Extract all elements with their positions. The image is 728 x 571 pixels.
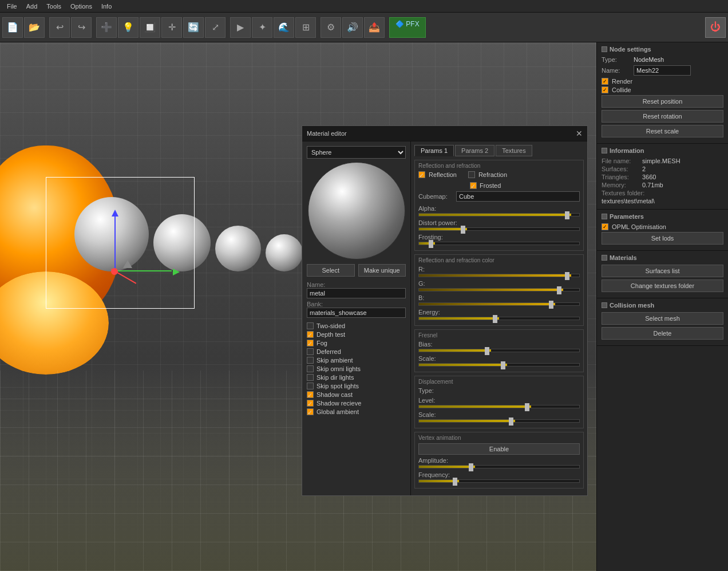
skip-ambient-checkbox[interactable] [307, 357, 314, 364]
sphere-small1 [215, 226, 261, 271]
select-mesh-button[interactable]: Select mesh [602, 312, 723, 325]
preview-shape-select[interactable]: Sphere [307, 146, 406, 159]
refraction-checkbox[interactable] [468, 171, 475, 178]
bias-track[interactable] [418, 349, 580, 352]
tab-params1[interactable]: Params 1 [414, 145, 454, 156]
r-thumb[interactable] [565, 272, 569, 280]
global-ambient-checkbox[interactable]: ✓ [307, 408, 314, 415]
amplitude-track[interactable] [418, 465, 580, 468]
b-thumb[interactable] [549, 301, 553, 309]
reset-position-button[interactable]: Reset position [602, 95, 723, 108]
alpha-thumb[interactable] [565, 211, 569, 219]
redo-button[interactable]: ↪ [71, 17, 92, 38]
frosting-thumb[interactable] [429, 240, 433, 248]
scale-button[interactable]: ⤢ [205, 17, 225, 38]
two-sided-checkbox[interactable] [307, 322, 314, 329]
disp-scale-thumb[interactable] [509, 418, 513, 426]
render-checkbox[interactable]: ✓ [602, 78, 608, 85]
pfx-button[interactable]: 🔷 PFX [389, 17, 426, 38]
shadow-receive-checkbox[interactable]: ✓ [307, 400, 314, 407]
audio-button[interactable]: 🔊 [342, 17, 363, 38]
menu-tools[interactable]: Tools [42, 2, 66, 11]
add-light-button[interactable]: 💡 [118, 17, 139, 38]
change-textures-folder-button[interactable]: Change textures folder [602, 279, 723, 292]
dialog-body: Sphere Select Make unique Name: [302, 141, 587, 495]
frosting-track[interactable] [418, 242, 580, 245]
export-button[interactable]: 📤 [364, 17, 385, 38]
opml-checkbox[interactable]: ✓ [602, 223, 608, 230]
energy-thumb[interactable] [493, 315, 497, 323]
frequency-thumb[interactable] [453, 478, 457, 486]
physics-button[interactable]: ⚙ [321, 17, 341, 38]
particle-button[interactable]: ✦ [252, 17, 272, 38]
dialog-title-bar[interactable]: Material editor ✕ [302, 126, 587, 141]
node-name-input[interactable] [634, 65, 691, 76]
r-track[interactable] [418, 274, 580, 277]
energy-fill [419, 317, 499, 320]
menu-info[interactable]: Info [97, 2, 116, 11]
open-button[interactable]: 📂 [24, 17, 45, 38]
fresnel-section: Fresnel Bias: Scale: [414, 329, 584, 372]
move-button[interactable]: ✛ [161, 17, 182, 38]
shadow-cast-checkbox[interactable]: ✓ [307, 391, 314, 398]
new-button[interactable]: 📄 [2, 17, 23, 38]
make-unique-button[interactable]: Make unique [358, 264, 406, 277]
g-track[interactable] [418, 288, 580, 292]
surfaces-list-button[interactable]: Surfaces list [602, 265, 723, 277]
mat-bank-input[interactable] [307, 308, 406, 318]
bias-thumb[interactable] [485, 347, 489, 355]
frosting-label: Frosting: [418, 234, 580, 241]
rotate-button[interactable]: 🔄 [183, 17, 204, 38]
viewport[interactable]: Material editor ✕ Sphere Select Make uni… [0, 42, 596, 571]
tab-textures[interactable]: Textures [496, 145, 532, 156]
bias-fill [419, 349, 491, 352]
reset-scale-button[interactable]: Reset scale [602, 125, 723, 137]
skip-spot-checkbox[interactable] [307, 383, 314, 389]
skip-dir-checkbox[interactable] [307, 374, 314, 381]
reset-rotation-button[interactable]: Reset rotation [602, 110, 723, 123]
fx-button[interactable]: 🌊 [274, 17, 294, 38]
frequency-track[interactable] [418, 479, 580, 483]
tab-params2[interactable]: Params 2 [455, 145, 494, 156]
render-button[interactable]: ▶ [230, 17, 251, 38]
amplitude-thumb[interactable] [469, 463, 473, 471]
g-thumb[interactable] [557, 286, 561, 294]
pfx-icon: 🔷 [395, 20, 404, 28]
select-button[interactable]: 🔲 [140, 17, 160, 38]
set-lods-button[interactable]: Set lods [602, 232, 723, 245]
snap-button[interactable]: ⊞ [295, 17, 316, 38]
menu-options[interactable]: Options [66, 2, 97, 11]
distort-thumb[interactable] [461, 226, 465, 234]
fog-checkbox[interactable]: ✓ [307, 340, 314, 346]
skip-omni-checkbox[interactable] [307, 365, 314, 372]
add-object-button[interactable]: ➕ [96, 17, 117, 38]
disp-level-track[interactable] [418, 405, 580, 408]
frosted-checkbox[interactable]: ✓ [470, 182, 477, 189]
mat-name-input[interactable] [307, 288, 406, 298]
menu-file[interactable]: File [2, 2, 22, 11]
depth-test-checkbox[interactable]: ✓ [307, 331, 314, 338]
select-material-button[interactable]: Select [307, 264, 355, 277]
reflection-checkbox[interactable]: ✓ [418, 171, 425, 178]
power-button[interactable]: ⏻ [705, 17, 726, 38]
b-track[interactable] [418, 302, 580, 306]
flag-skip-omni: Skip omni lights [307, 365, 406, 372]
dialog-close-button[interactable]: ✕ [576, 129, 583, 138]
cubemap-input[interactable] [456, 191, 580, 202]
filename-key: File name: [602, 157, 639, 164]
alpha-track[interactable] [418, 213, 580, 216]
scale-track[interactable] [418, 363, 580, 367]
enable-button[interactable]: Enable [418, 443, 580, 455]
deferred-checkbox[interactable] [307, 348, 314, 355]
information-title: Information [610, 147, 644, 154]
bias-label: Bias: [418, 341, 580, 348]
delete-mesh-button[interactable]: Delete [602, 327, 723, 340]
collide-checkbox[interactable]: ✓ [602, 86, 608, 93]
distort-track[interactable] [418, 227, 580, 231]
undo-button[interactable]: ↩ [49, 17, 70, 38]
disp-scale-track[interactable] [418, 419, 580, 423]
menu-add[interactable]: Add [22, 2, 42, 11]
scale-thumb[interactable] [501, 361, 505, 369]
energy-track[interactable] [418, 317, 580, 320]
disp-level-thumb[interactable] [525, 403, 529, 411]
